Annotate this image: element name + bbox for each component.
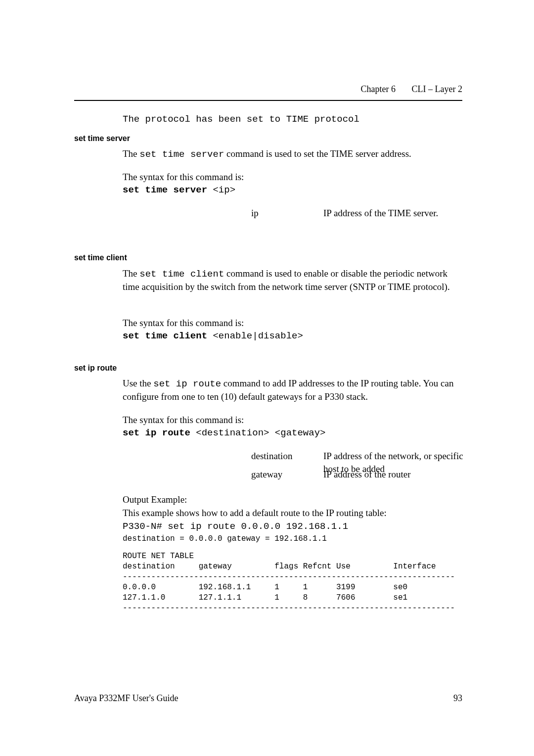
server-syntax-intro: The syntax for this command is: xyxy=(123,171,464,184)
client-cmd-arg: <enable|disable> xyxy=(207,331,303,341)
chapter-number: Chapter 6 xyxy=(361,84,396,94)
client-desc-paragraph: The set time client command is used to e… xyxy=(123,267,464,293)
server-cmd-bold: set time server xyxy=(123,185,207,195)
client-cmd-bold: set time client xyxy=(123,331,207,341)
output-example-result: destination = 0.0.0.0 gateway = 192.168.… xyxy=(123,532,464,545)
client-command-line: set time client <enable|disable> xyxy=(123,330,464,342)
server-cmd-arg: <ip> xyxy=(207,185,235,195)
gateway-term: gateway xyxy=(251,468,282,481)
header-rule xyxy=(74,100,462,101)
iproute-cmd-bold: set ip route xyxy=(123,427,190,438)
heading-set-ip-route: set ip route xyxy=(74,364,117,373)
iproute-pre: Use the xyxy=(123,378,153,388)
iproute-command-line: set ip route <destination> <gateway> xyxy=(123,426,464,439)
ip-desc: IP address of the TIME server. xyxy=(323,207,438,220)
client-cmd-inline: set time client xyxy=(139,269,224,280)
output-example-desc: This example shows how to add a default … xyxy=(123,507,464,520)
client-syntax-intro: The syntax for this command is: xyxy=(123,317,464,330)
server-pre: The xyxy=(123,148,139,159)
ip-term: ip xyxy=(251,207,259,220)
route-divider-top: ----------------------------------------… xyxy=(123,572,455,581)
footer-doc-title: Avaya P332MF User's Guide xyxy=(74,693,178,704)
chapter-header: Chapter 6 CLI – Layer 2 xyxy=(361,84,462,94)
iproute-syntax-intro: The syntax for this command is: xyxy=(123,414,464,426)
route-table-block: ROUTE NET TABLE destination gateway flag… xyxy=(123,551,455,614)
chapter-title: CLI – Layer 2 xyxy=(412,84,462,94)
server-post: command is used to set the TIME server a… xyxy=(224,148,411,159)
output-example-cmd: P330-N# set ip route 0.0.0.0 192.168.1.1 xyxy=(123,520,464,533)
server-desc-paragraph: The set time server command is used to s… xyxy=(123,147,464,161)
route-title: ROUTE NET TABLE xyxy=(123,552,194,561)
server-cmd-inline: set time server xyxy=(139,149,224,160)
server-command-line: set time server <ip> xyxy=(123,184,464,196)
iproute-cmd-inline: set ip route xyxy=(153,378,221,389)
route-row-1: 0.0.0.0 192.168.1.1 1 1 3199 se0 xyxy=(123,583,407,592)
route-header: destination gateway flags Refcnt Use Int… xyxy=(123,562,436,571)
heading-set-time-client: set time client xyxy=(74,253,127,262)
output-example-title: Output Example: xyxy=(123,493,464,506)
route-row-2: 127.1.1.0 127.1.1.1 1 8 7606 se1 xyxy=(123,593,407,602)
destination-term: destination xyxy=(251,450,292,463)
client-pre: The xyxy=(123,268,139,279)
iproute-desc-paragraph: Use the set ip route command to add IP a… xyxy=(123,377,464,403)
route-divider-bottom: ----------------------------------------… xyxy=(123,604,455,613)
page-container: Chapter 6 CLI – Layer 2 The protocol has… xyxy=(0,0,534,756)
gateway-desc: IP address of the router xyxy=(323,468,411,481)
heading-set-time-server: set time server xyxy=(74,134,130,143)
footer-page-number: 93 xyxy=(453,693,462,704)
iproute-cmd-arg: <destination> <gateway> xyxy=(190,427,326,438)
top-code-line: The protocol has been set to TIME protoc… xyxy=(123,114,359,125)
